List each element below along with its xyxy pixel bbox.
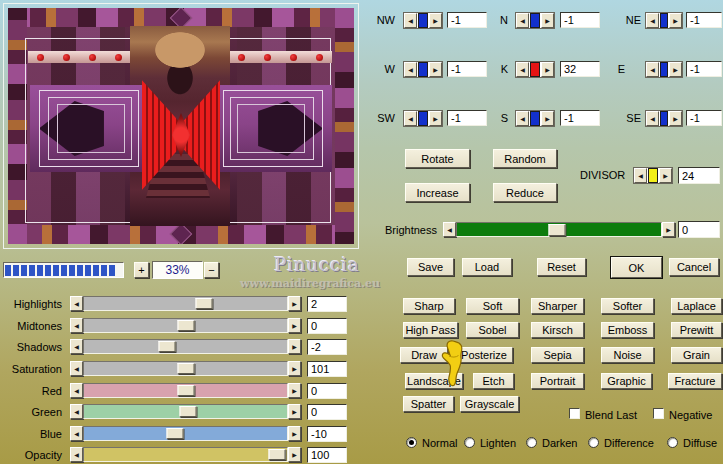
shadows-right-arrow[interactable]: ▶ xyxy=(288,339,301,354)
matrix-spinner-n[interactable]: ◀ ▶ xyxy=(515,12,555,29)
matrix-spinner-sw[interactable]: ◀ ▶ xyxy=(403,110,443,127)
spin-right-icon[interactable]: ▶ xyxy=(429,13,442,28)
green-left-arrow[interactable]: ◀ xyxy=(70,404,83,419)
saturation-right-arrow[interactable]: ▶ xyxy=(288,361,301,376)
filter-sobel-button[interactable]: Sobel xyxy=(466,322,519,338)
spin-right-icon[interactable]: ▶ xyxy=(541,111,554,126)
red-slider[interactable] xyxy=(83,383,288,398)
spin-left-icon[interactable]: ◀ xyxy=(646,111,659,126)
spin-right-icon[interactable]: ▶ xyxy=(669,111,682,126)
brightness-left-arrow[interactable]: ◀ xyxy=(443,222,456,237)
opacity-right-arrow[interactable]: ▶ xyxy=(288,447,301,462)
blue-left-arrow[interactable]: ◀ xyxy=(70,426,83,441)
spin-right-icon[interactable]: ▶ xyxy=(669,62,682,77)
green-value[interactable] xyxy=(307,404,347,420)
shadows-left-arrow[interactable]: ◀ xyxy=(70,339,83,354)
spinner-thumb[interactable] xyxy=(418,111,428,126)
spinner-thumb[interactable] xyxy=(648,168,658,183)
matrix-spinner-nw[interactable]: ◀ ▶ xyxy=(403,12,443,29)
negative-checkbox[interactable] xyxy=(653,408,664,419)
opacity-left-arrow[interactable]: ◀ xyxy=(70,447,83,462)
filter-emboss-button[interactable]: Emboss xyxy=(601,322,654,338)
spin-left-icon[interactable]: ◀ xyxy=(634,168,647,183)
midtones-value[interactable] xyxy=(307,318,347,334)
spin-left-icon[interactable]: ◀ xyxy=(516,13,529,28)
filter-high-pass-button[interactable]: High Pass xyxy=(403,322,458,338)
spin-left-icon[interactable]: ◀ xyxy=(516,62,529,77)
matrix-spinner-w[interactable]: ◀ ▶ xyxy=(403,61,443,78)
random-button[interactable]: Random xyxy=(493,149,557,168)
matrix-value-n[interactable] xyxy=(560,12,600,28)
zoom-in-button[interactable]: + xyxy=(134,262,149,278)
filter-soft-button[interactable]: Soft xyxy=(466,298,519,314)
filter-etch-button[interactable]: Etch xyxy=(473,373,514,389)
rotate-button[interactable]: Rotate xyxy=(405,149,470,168)
shadows-value[interactable] xyxy=(307,339,347,355)
blue-slider[interactable] xyxy=(83,426,288,441)
highlights-thumb[interactable] xyxy=(195,298,212,309)
filter-grayscale-button[interactable]: Grayscale xyxy=(460,396,519,412)
matrix-value-se[interactable] xyxy=(686,110,722,126)
spin-left-icon[interactable]: ◀ xyxy=(404,13,417,28)
ok-button[interactable]: OK xyxy=(611,257,662,278)
blend-mode-radio-3[interactable] xyxy=(588,437,599,448)
shadows-thumb[interactable] xyxy=(159,341,176,352)
filter-laplace-button[interactable]: Laplace xyxy=(671,298,722,314)
filter-sharper-button[interactable]: Sharper xyxy=(531,298,584,314)
filter-grain-button[interactable]: Grain xyxy=(671,347,722,363)
spinner-thumb[interactable] xyxy=(530,111,540,126)
blend-mode-radio-4[interactable] xyxy=(667,437,678,448)
zoom-out-button[interactable]: − xyxy=(204,262,219,278)
spin-left-icon[interactable]: ◀ xyxy=(646,62,659,77)
spin-right-icon[interactable]: ▶ xyxy=(669,13,682,28)
red-thumb[interactable] xyxy=(177,385,194,396)
brightness-slider[interactable] xyxy=(456,222,662,237)
spinner-thumb[interactable] xyxy=(530,62,540,77)
spin-right-icon[interactable]: ▶ xyxy=(429,62,442,77)
blend-mode-radio-0[interactable] xyxy=(406,437,417,448)
filter-fracture-button[interactable]: Fracture xyxy=(668,373,722,389)
shadows-slider[interactable] xyxy=(83,339,288,354)
opacity-slider[interactable] xyxy=(83,447,288,462)
saturation-thumb[interactable] xyxy=(177,363,194,374)
blue-value[interactable] xyxy=(307,426,347,442)
blue-thumb[interactable] xyxy=(167,428,184,439)
opacity-thumb[interactable] xyxy=(268,449,285,460)
saturation-slider[interactable] xyxy=(83,361,288,376)
spin-right-icon[interactable]: ▶ xyxy=(541,62,554,77)
spin-left-icon[interactable]: ◀ xyxy=(646,13,659,28)
filter-graphic-button[interactable]: Graphic xyxy=(601,373,652,389)
highlights-slider[interactable] xyxy=(83,296,288,311)
highlights-left-arrow[interactable]: ◀ xyxy=(70,296,83,311)
highlights-value[interactable] xyxy=(307,296,347,312)
spin-left-icon[interactable]: ◀ xyxy=(516,111,529,126)
reset-button[interactable]: Reset xyxy=(537,258,586,276)
opacity-value[interactable] xyxy=(307,447,347,463)
spin-left-icon[interactable]: ◀ xyxy=(404,111,417,126)
filter-kirsch-button[interactable]: Kirsch xyxy=(531,322,584,338)
spin-right-icon[interactable]: ▶ xyxy=(659,168,672,183)
midtones-left-arrow[interactable]: ◀ xyxy=(70,318,83,333)
green-thumb[interactable] xyxy=(179,406,196,417)
brightness-thumb[interactable] xyxy=(548,224,565,236)
filter-prewitt-button[interactable]: Prewitt xyxy=(671,322,722,338)
matrix-value-ne[interactable] xyxy=(686,12,722,28)
saturation-value[interactable] xyxy=(307,361,347,377)
filter-posterize-button[interactable]: Posterize xyxy=(455,347,513,363)
spin-right-icon[interactable]: ▶ xyxy=(541,13,554,28)
blend-mode-radio-1[interactable] xyxy=(464,437,475,448)
filter-sepia-button[interactable]: Sepia xyxy=(531,347,584,363)
green-slider[interactable] xyxy=(83,404,288,419)
filter-noise-button[interactable]: Noise xyxy=(601,347,654,363)
matrix-spinner-k[interactable]: ◀ ▶ xyxy=(515,61,555,78)
spinner-thumb[interactable] xyxy=(418,13,428,28)
save-button[interactable]: Save xyxy=(407,258,454,276)
brightness-value[interactable] xyxy=(678,221,720,238)
matrix-value-k[interactable] xyxy=(560,61,600,77)
divisor-value[interactable] xyxy=(678,167,720,184)
midtones-slider[interactable] xyxy=(83,318,288,333)
filter-portrait-button[interactable]: Portrait xyxy=(531,373,584,389)
midtones-thumb[interactable] xyxy=(177,320,194,331)
filter-spatter-button[interactable]: Spatter xyxy=(403,396,454,412)
blue-right-arrow[interactable]: ▶ xyxy=(288,426,301,441)
